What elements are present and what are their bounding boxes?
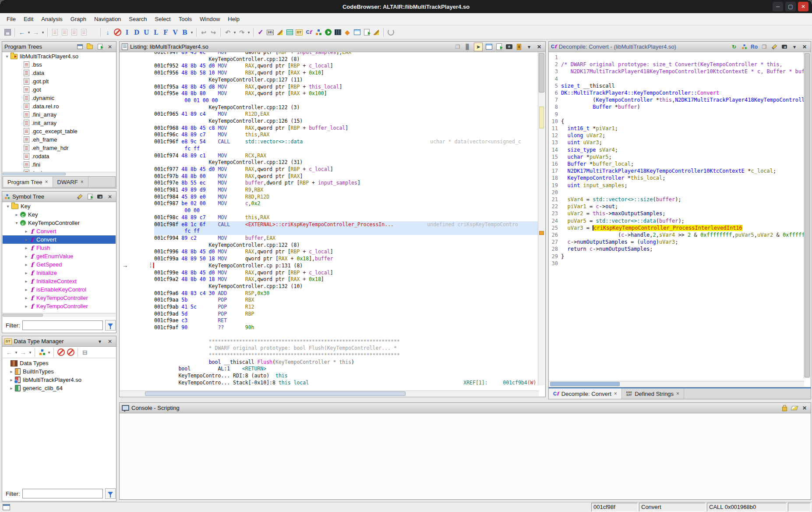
menu-help[interactable]: Help — [224, 13, 244, 25]
listing-row[interactable]: 001cf95e 48 8b 80 MOV RAX,qword ptr [RAX… — [154, 90, 539, 97]
edit-icon[interactable] — [770, 43, 778, 51]
listing-row[interactable]: 001cf97b 48 8b 00 MOV RAX,qword ptr [RAX… — [154, 173, 539, 180]
listing-content[interactable]: 001cf94f 89 45 ec MOV dword ptr [RBP + i… — [120, 52, 539, 385]
listing-row[interactable]: KeyTempoController.cpp:127 (11) — [154, 77, 539, 84]
dtm-header[interactable]: DT Data Type Manager ▾ ✕ — [2, 336, 116, 347]
refresh-icon[interactable]: ↻ — [730, 43, 738, 51]
listing-row[interactable]: bool __thiscall Flush(KeyTempoController… — [154, 359, 539, 366]
decompile-tab-defined-strings[interactable]: 0101DATDefined Strings× — [622, 388, 684, 399]
listing-row[interactable]: 001cf984 45 89 e0 MOV R8D,R12D — [154, 194, 539, 201]
listing-vscrollbar[interactable] — [538, 52, 545, 385]
function-graph-button[interactable] — [333, 28, 342, 37]
go-to-symbol-icon[interactable] — [86, 193, 94, 201]
listing-row[interactable]: 001cf96f e8 9c 54 CALL std::vector<>::da… — [154, 139, 539, 146]
listing-hscrollbar[interactable] — [120, 391, 539, 396]
program-tree-item-.dynamic[interactable]: .dynamic — [3, 94, 116, 102]
dtm-collapse-all[interactable]: ⊟ — [81, 348, 89, 357]
data-type-manager-button[interactable]: DT — [295, 28, 304, 37]
scroll-lock-icon[interactable] — [780, 404, 788, 412]
tab-close-icon[interactable]: × — [614, 391, 617, 397]
run-button[interactable] — [324, 28, 332, 37]
export-icon[interactable] — [96, 43, 104, 51]
menu-tools[interactable]: Tools — [175, 13, 196, 25]
new-tree-icon[interactable] — [76, 43, 84, 51]
menu-navigation[interactable]: Navigation — [90, 13, 125, 25]
dtm-item-BuiltInTypes[interactable]: ▸BuiltInTypes — [3, 367, 116, 376]
back-menu[interactable]: ▾ — [27, 28, 31, 37]
nav-code-unit-2[interactable] — [60, 28, 69, 37]
symbol-tree-item-InitializeContext[interactable]: ▸InitializeContext — [3, 277, 116, 285]
decompile-line[interactable]: 20 — [549, 189, 804, 196]
listing-row[interactable]: 001cf9ae c3 RET — [154, 317, 539, 324]
program-trees-tab-program-tree[interactable]: Program Tree× — [3, 177, 53, 187]
snapshot-icon[interactable] — [96, 193, 104, 201]
decompiler-button[interactable]: Cf — [304, 28, 313, 37]
letter-I[interactable]: I — [123, 28, 131, 37]
symbol-tree-item-Convert[interactable]: ▸Convert — [3, 235, 116, 244]
decompile-content[interactable]: 1 2/* DWARF original prototype: size_t C… — [549, 52, 804, 378]
program-tree-item-.got.plt[interactable]: .got.plt — [3, 77, 116, 85]
cursor-highlight-icon[interactable]: ➤ — [474, 43, 483, 51]
bookmark-button[interactable]: ◆ — [343, 28, 352, 37]
program-tree-item-.got[interactable]: .got — [3, 85, 116, 94]
clear-code-button[interactable] — [113, 28, 122, 37]
byte-viewer-button[interactable]: 101 — [266, 28, 275, 37]
symbol-tree-hscrollbar[interactable] — [3, 313, 116, 317]
program-tree-item-.fini_array[interactable]: .fini_array — [3, 110, 116, 119]
listing-row[interactable]: 001cf99e 48 8b 45 d0 MOV RAX,qword ptr [… — [154, 270, 539, 277]
validate-button[interactable]: ✓ — [256, 28, 265, 37]
menu-search[interactable]: Search — [125, 13, 151, 25]
dtm-associations[interactable] — [38, 348, 46, 357]
program-trees-tab-dwarf[interactable]: DWARF× — [53, 177, 88, 187]
letter-U[interactable]: U — [142, 28, 151, 37]
menu-analysis[interactable]: Analysis — [37, 13, 66, 25]
redo-menu[interactable]: ▾ — [247, 28, 251, 37]
decompile-line[interactable]: 17 N2DK17MultiTrackPlayer418KeyTempoCont… — [549, 167, 804, 174]
program-trees-header[interactable]: Program Trees ✕ — [2, 42, 116, 52]
dtm-back-menu[interactable]: ▾ — [14, 348, 18, 357]
dtm-item-generic_clib_64[interactable]: ▸generic_clib_64 — [3, 384, 116, 392]
decompile-line[interactable]: 26 (c->handle,2,sVar4 >> 2 & 0xffffffff,… — [549, 231, 804, 238]
dtm-associations-menu[interactable]: ▾ — [47, 348, 51, 357]
decompile-line[interactable]: 16 Buffer *buffer_local; — [549, 160, 804, 167]
jump-out-button[interactable]: ↪ — [209, 28, 218, 37]
listing-row[interactable]: 001cf94f 89 45 ec MOV dword ptr [RBP + i… — [154, 52, 539, 56]
decompile-line[interactable]: 30 — [549, 260, 804, 267]
console-header[interactable]: Console - Scripting ✕ — [120, 403, 811, 413]
decompile-line[interactable]: 29} — [549, 253, 804, 260]
program-tree-item-.eh_frame_hdr[interactable]: .eh_frame_hdr — [3, 144, 116, 152]
program-tree-item-.init_array[interactable]: .init_array — [3, 119, 116, 127]
decompile-line[interactable]: 7 (KeyTempoController *this,N2DK17MultiT… — [549, 96, 804, 103]
symbol-tree-item-Key[interactable]: ▸Key — [3, 210, 116, 219]
dtm-back[interactable]: ← — [5, 348, 14, 357]
listing-row[interactable]: 001cf965 41 89 c4 MOV R12D,EAX — [154, 111, 539, 118]
clear-console-icon[interactable] — [791, 404, 798, 412]
listing-row[interactable]: 001cf9a2 48 8b 40 18 MOV RAX,qword ptr [… — [154, 276, 539, 283]
listing-row[interactable]: 001cf9ad 5d POP RBP — [154, 311, 539, 318]
undo-menu[interactable]: ▾ — [233, 28, 237, 37]
listing-row[interactable]: KeyTempoController.cpp:122 (8) — [154, 242, 539, 249]
listing-row[interactable]: 001cf98f e8 1c 6f CALL <EXTERNAL>::criKs… — [154, 221, 539, 228]
dtm-filter-arrays[interactable] — [56, 348, 65, 357]
listing-row[interactable]: 001cf977 48 8b 45 d0 MOV RAX,qword ptr [… — [154, 166, 539, 173]
close-panel-icon[interactable]: ✕ — [801, 404, 808, 412]
listing-row[interactable]: 001cf974 48 89 c1 MOV RCX,RAX — [154, 153, 539, 160]
decompile-line[interactable]: 28 return c->numOutputSamples; — [549, 245, 804, 252]
letter-F[interactable]: F — [161, 28, 170, 37]
listing-row[interactable]: 001cf994 89 c2 MOV buffer,EAX — [154, 235, 539, 242]
dtm-menu-icon[interactable]: ▾ — [96, 338, 104, 345]
symbol-tree-item-KeyTempoController[interactable]: ▾KeyTempoController — [3, 219, 116, 227]
window-status-icon[interactable] — [3, 504, 10, 510]
panel-menu-icon[interactable]: ▾ — [525, 43, 533, 51]
dtm-filter-input[interactable] — [22, 489, 103, 498]
program-tree-item-.rodata[interactable]: .rodata — [3, 152, 116, 160]
listing-row[interactable]: 001cf9a6 48 83 c4 30 ADD RSP,0x30 — [154, 290, 539, 297]
redo-button[interactable]: ↷ — [237, 28, 246, 37]
decompile-line[interactable]: 15 uchar *puVar5; — [549, 153, 804, 160]
program-tree-hscrollbar[interactable] — [3, 172, 116, 176]
listing-row[interactable]: 001cf9ab 41 5c POP R12 — [154, 304, 539, 311]
listing-row[interactable]: 001cf98c 48 89 c7 MOV this,RAX — [154, 214, 539, 221]
listing-row[interactable]: * DWARF original prototype: bool Flush(K… — [154, 345, 539, 352]
decompile-line[interactable]: 21 sVar4 = std::vector<>::size(buffer); — [549, 196, 804, 203]
symbol-tree-item-KeyTempoController[interactable]: ▸KeyTempoController — [3, 302, 116, 310]
